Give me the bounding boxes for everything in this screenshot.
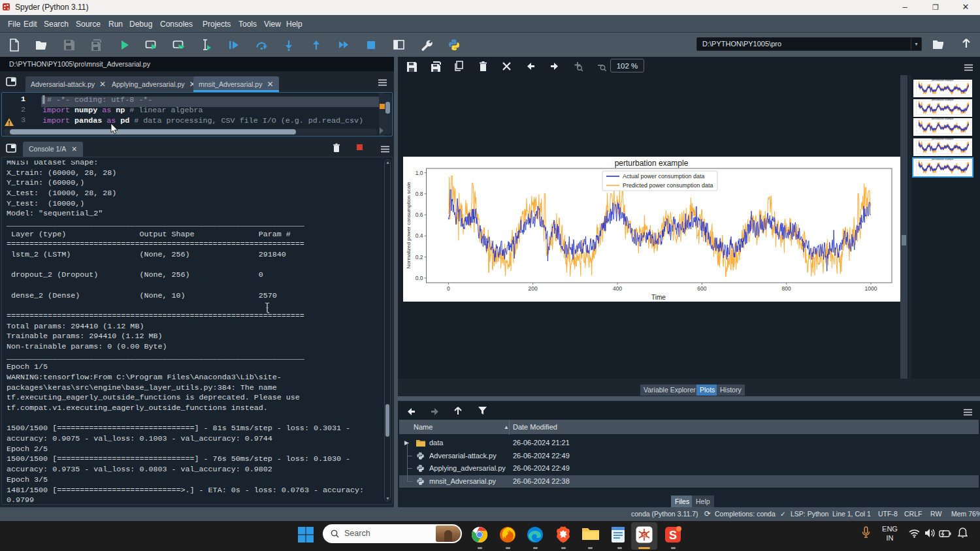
svg-text:0.4: 0.4 (416, 232, 423, 239)
svg-text:1000: 1000 (865, 285, 877, 292)
svg-text:0.8: 0.8 (416, 191, 423, 197)
svg-text:perturbation example: perturbation example (932, 118, 953, 120)
svg-text:s: s (7, 7, 9, 10)
svg-text:400: 400 (613, 285, 622, 292)
svg-text:perturbation example: perturbation example (932, 99, 953, 101)
svg-text:perturbation example: perturbation example (932, 80, 953, 82)
svg-text:0.0: 0.0 (416, 275, 423, 281)
svg-text:Actual power consumption data: Actual power consumption data (623, 173, 705, 180)
svg-text:Predicted power consumption da: Predicted power consumption data (623, 182, 713, 189)
svg-text:0.6: 0.6 (416, 212, 423, 218)
svg-text:600: 600 (697, 285, 706, 292)
svg-text:1.0: 1.0 (416, 170, 423, 176)
svg-text:perturbation example: perturbation example (615, 159, 689, 168)
svg-text:0: 0 (447, 285, 450, 292)
svg-text:perturbation example: perturbation example (932, 159, 953, 161)
svg-text:perturbation example: perturbation example (932, 138, 953, 140)
svg-text:800: 800 (782, 285, 791, 292)
svg-text:200: 200 (529, 285, 538, 292)
svg-text:S: S (669, 529, 677, 542)
svg-text:S: S (642, 532, 646, 539)
svg-text:0.2: 0.2 (416, 254, 423, 260)
svg-text:Time: Time (651, 294, 666, 301)
svg-text:Normalized power consumption s: Normalized power consumption scale (406, 181, 412, 269)
